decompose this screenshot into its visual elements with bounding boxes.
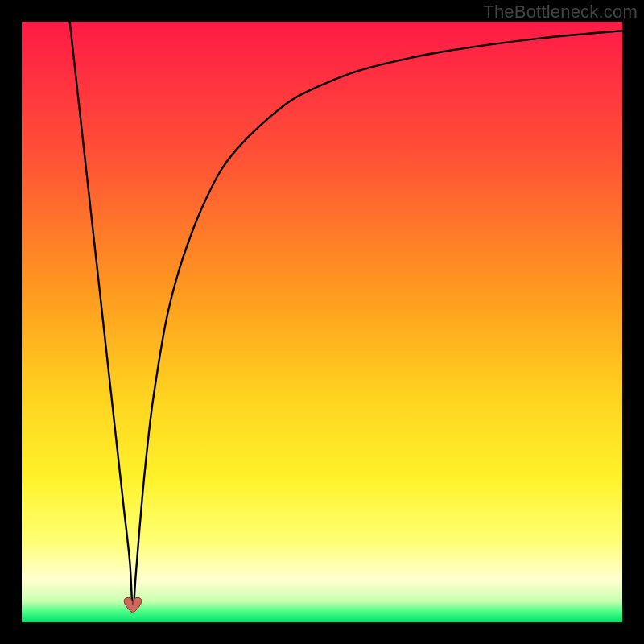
- chart-background: [22, 22, 622, 622]
- bottleneck-chart: [22, 22, 622, 622]
- watermark-text: TheBottleneck.com: [483, 2, 638, 23]
